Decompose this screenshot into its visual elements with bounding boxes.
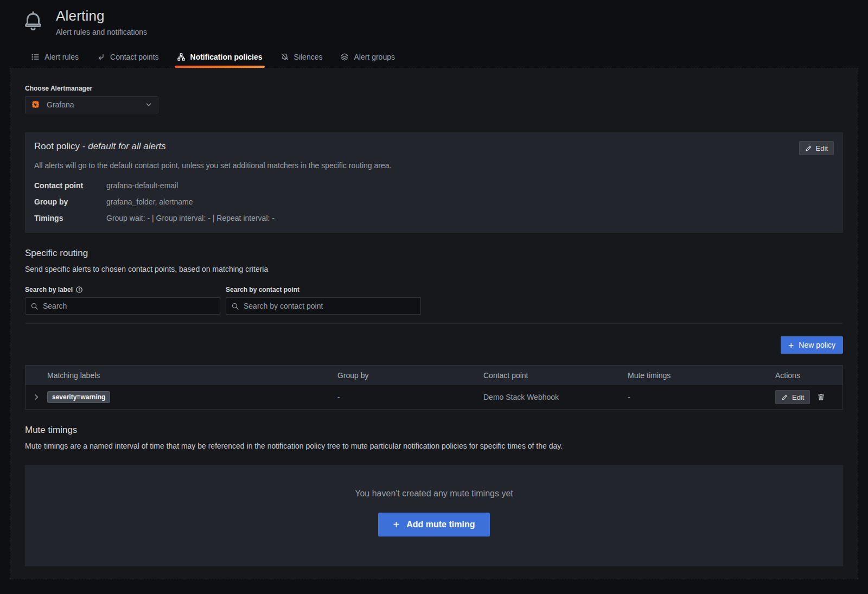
mute-timings-description: Mute timings are a named interval of tim… <box>25 442 843 450</box>
content-panel: Choose Alertmanager Grafana Root policy … <box>10 68 858 579</box>
layers-icon <box>340 53 349 61</box>
alertmanager-value: Grafana <box>47 100 145 109</box>
row-contact-point: Demo Stack Webhook <box>483 393 628 401</box>
specific-routing-description: Send specific alerts to chosen contact p… <box>25 265 843 273</box>
specific-routing-title: Specific routing <box>25 248 843 259</box>
mute-timings-empty-card: You haven't created any mute timings yet… <box>25 465 843 566</box>
divider <box>25 323 843 324</box>
bell-slash-icon <box>280 53 289 61</box>
col-contact-point: Contact point <box>483 371 628 380</box>
add-mute-timing-button-label: Add mute timing <box>406 520 475 529</box>
alertmanager-dropdown[interactable]: Grafana <box>25 96 158 113</box>
reply-arrow-icon <box>97 53 105 61</box>
add-mute-timing-button[interactable]: + Add mute timing <box>378 513 490 536</box>
tab-label: Silences <box>294 53 323 61</box>
search-by-contact-point-input-wrap <box>226 297 421 315</box>
edit-button-label: Edit <box>792 393 804 401</box>
tab-label: Alert groups <box>354 53 394 61</box>
root-policy-field-timings: Timings Group wait: - | Group interval: … <box>34 214 834 222</box>
mute-timings-title: Mute timings <box>25 425 843 436</box>
tab-label: Contact points <box>110 53 159 61</box>
col-mute-timings: Mute timings <box>628 371 775 380</box>
tab-alert-rules[interactable]: Alert rules <box>31 53 79 68</box>
row-delete-button[interactable] <box>816 393 825 401</box>
tab-notification-policies[interactable]: Notification policies <box>177 53 263 68</box>
search-by-contact-point-input[interactable] <box>244 302 416 310</box>
alertmanager-picker-label: Choose Alertmanager <box>25 85 843 92</box>
policy-table: Matching labels Group by Contact point M… <box>25 365 843 410</box>
plus-icon: + <box>788 341 794 350</box>
new-policy-button-label: New policy <box>799 341 835 349</box>
tab-label: Alert rules <box>44 53 79 61</box>
tab-alert-groups[interactable]: Alert groups <box>340 53 394 68</box>
search-icon <box>30 302 39 310</box>
chevron-right-icon <box>33 393 40 401</box>
tab-bar: Alert rules Contact points Notification … <box>31 53 868 68</box>
sitemap-icon <box>177 53 186 61</box>
tab-silences[interactable]: Silences <box>280 53 323 68</box>
list-icon <box>31 53 40 61</box>
root-policy-description: All alerts will go to the default contac… <box>34 161 834 170</box>
col-actions: Actions <box>775 371 843 380</box>
mute-timings-empty-text: You haven't created any mute timings yet <box>355 489 513 499</box>
policy-table-row: severity=warning - Demo Stack Webhook - … <box>25 385 843 409</box>
row-mute-timings: - <box>628 393 775 401</box>
pencil-icon <box>781 394 788 401</box>
chevron-down-icon <box>145 101 152 108</box>
page-header: Alerting Alert rules and notifications <box>0 0 868 36</box>
search-by-label-label: Search by label <box>25 286 226 293</box>
col-matching-labels: Matching labels <box>47 371 337 380</box>
root-policy-title: Root policy - default for all alerts <box>34 141 166 152</box>
row-edit-button[interactable]: Edit <box>775 390 810 404</box>
row-group-by: - <box>337 393 483 401</box>
root-policy-card: Root policy - default for all alerts Edi… <box>25 132 843 233</box>
bell-icon <box>22 9 44 34</box>
root-policy-field-contact-point: Contact point grafana-default-email <box>34 181 834 190</box>
page-subtitle: Alert rules and notifications <box>56 28 147 36</box>
policy-table-header: Matching labels Group by Contact point M… <box>25 366 843 385</box>
search-icon <box>231 302 239 310</box>
root-policy-field-group-by: Group by grafana_folder, alertname <box>34 197 834 206</box>
info-icon <box>75 286 83 293</box>
root-policy-edit-button[interactable]: Edit <box>799 141 834 155</box>
new-policy-button[interactable]: + New policy <box>781 336 843 354</box>
search-by-label-input[interactable] <box>43 302 215 310</box>
search-by-contact-point-label: Search by contact point <box>226 286 299 293</box>
col-group-by: Group by <box>337 371 483 380</box>
expand-row-button[interactable] <box>25 393 47 401</box>
page-title: Alerting <box>56 8 147 24</box>
grafana-logo-icon <box>31 100 40 110</box>
matching-label-badge: severity=warning <box>47 391 110 403</box>
search-by-label-input-wrap <box>25 297 220 315</box>
tab-label: Notification policies <box>190 53 263 61</box>
tab-contact-points[interactable]: Contact points <box>97 53 159 68</box>
pencil-icon <box>805 145 812 152</box>
edit-button-label: Edit <box>816 144 828 152</box>
trash-icon <box>817 393 825 401</box>
plus-icon: + <box>393 519 400 530</box>
